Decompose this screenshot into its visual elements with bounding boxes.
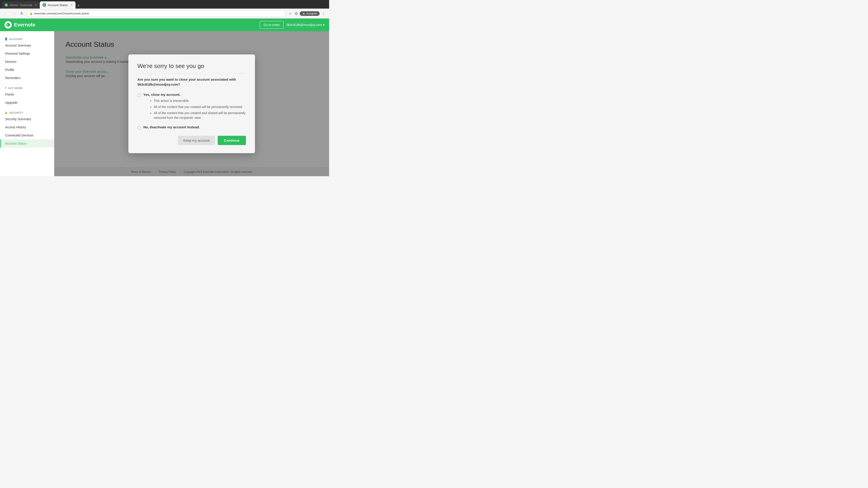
sidebar-item-connected-services[interactable]: Connected Services bbox=[0, 131, 54, 139]
app-header: Evernote Go to notes 5b3c818b@moodjoy.co… bbox=[0, 19, 329, 31]
tab-account-close[interactable]: ✕ bbox=[70, 3, 73, 6]
bullet-content-removed: All of the content that you created will… bbox=[154, 105, 246, 109]
continue-button[interactable]: Continue bbox=[218, 136, 246, 145]
sidebar-item-access-history[interactable]: Access History bbox=[0, 123, 54, 131]
sidebar-item-account-status[interactable]: Account Status bbox=[0, 139, 54, 148]
account-section-label: 👤 ACCOUNT bbox=[0, 36, 54, 41]
close-account-option[interactable]: Yes, close my account. This action is ir… bbox=[137, 93, 246, 122]
bullet-irreversible: This action is irreversible. bbox=[154, 98, 246, 103]
incognito-badge: 🕵 Incognito bbox=[300, 11, 320, 16]
modal-email: 5b3c818b@moodjoy.com? bbox=[137, 83, 180, 86]
evernote-logo[interactable]: Evernote bbox=[4, 21, 35, 29]
modal-overlay: We're sorry to see you go Are you sure y… bbox=[54, 31, 329, 176]
sidebar-item-upgrade[interactable]: Upgrade bbox=[0, 98, 54, 107]
nav-actions: ☆ ⧉ 🕵 Incognito ⋮ bbox=[288, 10, 327, 17]
incognito-icon: 🕵 bbox=[302, 12, 305, 15]
content-area: Account Status Deactivate your Evernote … bbox=[54, 31, 329, 176]
menu-button[interactable]: ⋮ bbox=[321, 10, 327, 17]
deactivate-option[interactable]: No, deactivate my account instead. bbox=[137, 125, 246, 129]
navigation-bar: ← → ↻ 🔒 evernote.com/secure/CloseAccount… bbox=[0, 8, 329, 19]
close-account-bullets: This action is irreversible. All of the … bbox=[149, 98, 246, 120]
sidebar-item-security-summary[interactable]: Security Summary bbox=[0, 115, 54, 123]
logo-text: Evernote bbox=[14, 22, 35, 28]
forward-button[interactable]: → bbox=[11, 11, 17, 17]
bullet-shared-removed: All of the content that you created and … bbox=[154, 111, 246, 120]
modal-question: Are you sure you want to close your acco… bbox=[137, 77, 246, 87]
url-text: evernote.com/secure/CloseAccount.action bbox=[34, 12, 89, 15]
evernote-icon-home: 🐘 bbox=[4, 3, 8, 7]
tab-account-status[interactable]: 🐘 Account Status ✕ bbox=[40, 1, 75, 8]
close-account-modal: We're sorry to see you go Are you sure y… bbox=[128, 55, 255, 153]
security-section-label: 🔒 SECURITY bbox=[0, 109, 54, 115]
deactivate-account-radio[interactable] bbox=[137, 126, 141, 129]
modal-actions: Keep my account Continue bbox=[137, 136, 246, 145]
reload-button[interactable]: ↻ bbox=[19, 10, 25, 17]
sidebar-item-points[interactable]: Points bbox=[0, 90, 54, 98]
get-more-section-label: ✦ GET MORE bbox=[0, 85, 54, 90]
sidebar-item-personal-settings[interactable]: Personal Settings bbox=[0, 50, 54, 58]
tab-account-label: Account Status bbox=[48, 3, 68, 7]
keep-account-button[interactable]: Keep my account bbox=[178, 136, 215, 145]
main-layout: 👤 ACCOUNT Account Summary Personal Setti… bbox=[0, 31, 329, 176]
account-icon: 👤 bbox=[4, 37, 8, 40]
incognito-label: Incognito bbox=[306, 12, 317, 15]
sidebar-item-account-summary[interactable]: Account Summary bbox=[0, 41, 54, 50]
get-more-icon: ✦ bbox=[4, 87, 7, 90]
deactivate-account-label[interactable]: No, deactivate my account instead. bbox=[143, 125, 200, 129]
tab-home[interactable]: 🐘 Home - Evernote ✕ bbox=[2, 1, 40, 8]
sidebar: 👤 ACCOUNT Account Summary Personal Setti… bbox=[0, 31, 54, 176]
user-email-dropdown[interactable]: 5b3c818b@moodjoy.com ▾ bbox=[286, 23, 324, 27]
lock-icon: 🔒 bbox=[29, 12, 33, 15]
evernote-icon-account: 🐘 bbox=[42, 3, 46, 7]
sidebar-item-devices[interactable]: Devices bbox=[0, 58, 54, 66]
go-to-notes-button[interactable]: Go to notes bbox=[260, 21, 284, 29]
bookmark-button[interactable]: ☆ bbox=[288, 10, 293, 17]
sidebar-item-profile[interactable]: Profile bbox=[0, 66, 54, 74]
tabs-bar: 🐘 Home - Evernote ✕ 🐘 Account Status ✕ + bbox=[0, 0, 329, 8]
security-icon: 🔒 bbox=[4, 111, 8, 114]
dropdown-chevron-icon: ▾ bbox=[323, 23, 324, 27]
user-email-text: 5b3c818b@moodjoy.com bbox=[286, 23, 322, 27]
extensions-button[interactable]: ⧉ bbox=[294, 11, 298, 17]
modal-title: We're sorry to see you go bbox=[137, 63, 246, 73]
tab-home-close[interactable]: ✕ bbox=[35, 3, 37, 6]
url-bar[interactable]: 🔒 evernote.com/secure/CloseAccount.actio… bbox=[26, 10, 286, 17]
header-right: Go to notes 5b3c818b@moodjoy.com ▾ bbox=[260, 21, 324, 29]
close-account-radio[interactable] bbox=[137, 93, 141, 97]
tab-home-label: Home - Evernote bbox=[10, 3, 32, 7]
sidebar-item-reminders[interactable]: Reminders bbox=[0, 74, 54, 82]
evernote-logo-icon bbox=[4, 21, 12, 29]
back-button[interactable]: ← bbox=[3, 11, 9, 17]
new-tab-button[interactable]: + bbox=[75, 3, 82, 8]
close-account-label[interactable]: Yes, close my account. bbox=[143, 93, 180, 96]
